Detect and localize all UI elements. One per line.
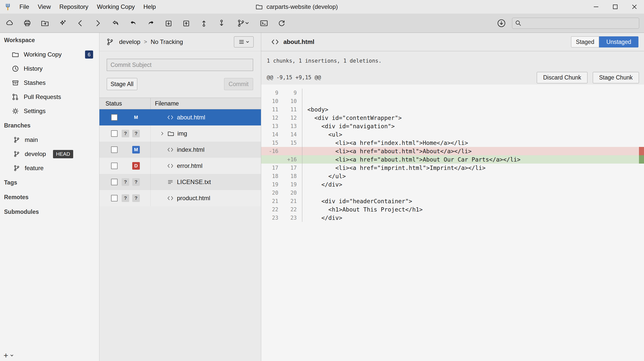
file-row-product[interactable]: ? ? product.html xyxy=(99,190,261,206)
menu-view[interactable]: View xyxy=(34,0,55,14)
filename-column-header[interactable]: Filename xyxy=(151,100,261,107)
status-badge-untracked: ? xyxy=(132,130,140,137)
refresh-button[interactable] xyxy=(275,16,289,30)
toolbar xyxy=(0,14,644,33)
diff-line: 1717 <li><a href="imprint.html">Imprint<… xyxy=(261,164,644,172)
sidebar-item-settings[interactable]: Settings xyxy=(0,104,99,118)
window-title: carparts-website (develop) xyxy=(266,3,338,10)
filename: product.html xyxy=(177,195,210,202)
remotes-header[interactable]: Remotes xyxy=(0,190,99,204)
add-button[interactable]: + xyxy=(4,351,8,359)
sidebar-branch-main[interactable]: main xyxy=(0,133,99,147)
workspace-header: Workspace xyxy=(0,33,99,47)
file-table-header: Status Filename xyxy=(99,98,261,109)
maximize-button[interactable] xyxy=(606,0,625,14)
cloud-button[interactable] xyxy=(3,16,17,30)
stage-checkbox[interactable] xyxy=(111,179,118,185)
stage-chunk-button[interactable]: Stage Chunk xyxy=(593,72,639,83)
stage-checkbox[interactable] xyxy=(111,114,118,121)
stash-save-button[interactable] xyxy=(162,16,176,30)
sidebar-item-label: Pull Requests xyxy=(24,93,61,100)
magic-wand-button[interactable] xyxy=(56,16,70,30)
menu-bar: File View Repository Working Copy Help xyxy=(15,0,160,14)
diff-line: 1111<body> xyxy=(261,105,644,114)
window-controls xyxy=(586,0,644,14)
expand-chevron-icon[interactable] xyxy=(160,131,165,136)
breadcrumb-separator: > xyxy=(144,39,147,45)
file-row-license[interactable]: ? ? LICENSE.txt xyxy=(99,174,261,190)
tags-header[interactable]: Tags xyxy=(0,175,99,190)
sidebar-item-label: History xyxy=(24,65,43,72)
file-row-index[interactable]: M index.html xyxy=(99,142,261,158)
branch-row: develop > No Tracking xyxy=(99,33,261,51)
code-file-icon xyxy=(167,114,174,121)
repo-folder-icon xyxy=(255,3,263,11)
search-input[interactable] xyxy=(522,20,639,27)
head-badge: HEAD xyxy=(53,150,73,158)
push-button[interactable] xyxy=(214,16,229,30)
menu-working-copy[interactable]: Working Copy xyxy=(93,0,139,14)
tracking-label[interactable]: No Tracking xyxy=(151,38,183,45)
stash-apply-button[interactable] xyxy=(179,16,193,30)
undo-arrow-button[interactable] xyxy=(109,16,123,30)
file-row-about[interactable]: M about.html xyxy=(99,109,261,125)
branches-header: Branches xyxy=(0,118,99,133)
printer-button[interactable] xyxy=(20,16,34,30)
file-row-error[interactable]: D error.html xyxy=(99,158,261,174)
search-box[interactable] xyxy=(512,18,639,29)
branch-icon xyxy=(13,136,20,143)
minimize-button[interactable] xyxy=(586,0,606,14)
sidebar-branch-develop[interactable]: develop HEAD xyxy=(0,147,99,161)
branch-label: develop xyxy=(25,150,46,158)
stage-checkbox[interactable] xyxy=(111,130,118,137)
back-button[interactable] xyxy=(73,16,87,30)
forward-button[interactable] xyxy=(91,16,105,30)
code-file-icon xyxy=(167,162,174,169)
filename: img xyxy=(177,130,187,137)
menu-repository[interactable]: Repository xyxy=(55,0,93,14)
chevron-down-icon[interactable] xyxy=(10,354,13,357)
commit-subject-input[interactable] xyxy=(107,59,253,71)
diff-body[interactable]: 99 1010 1111<body> 1212 <div id="content… xyxy=(261,85,644,361)
file-row-img[interactable]: ? ? img xyxy=(99,125,261,142)
download-button[interactable] xyxy=(494,16,508,30)
menu-file[interactable]: File xyxy=(15,0,34,14)
stage-checkbox[interactable] xyxy=(111,163,118,169)
change-count-badge: 6 xyxy=(85,50,93,59)
sidebar-item-label: Stashes xyxy=(24,79,46,86)
staged-tab[interactable]: Staged xyxy=(571,36,599,47)
sidebar-branch-feature[interactable]: feature xyxy=(0,161,99,175)
list-options-button[interactable] xyxy=(234,36,254,47)
diff-line: 1414 <ul> xyxy=(261,130,644,139)
discard-chunk-button[interactable]: Discard Chunk xyxy=(537,72,587,83)
sidebar-item-working-copy[interactable]: Working Copy 6 xyxy=(0,47,99,62)
status-column-header[interactable]: Status xyxy=(99,98,151,109)
close-button[interactable] xyxy=(625,0,644,14)
stage-all-button[interactable]: Stage All xyxy=(107,78,137,90)
sidebar-item-pull-requests[interactable]: Pull Requests xyxy=(0,90,99,104)
chunk-row: @@ -9,15 +9,15 @@ Discard Chunk Stage Ch… xyxy=(261,70,644,85)
clock-icon xyxy=(12,65,19,72)
submodules-header[interactable]: Submodules xyxy=(0,204,99,219)
menu-help[interactable]: Help xyxy=(139,0,160,14)
pull-button[interactable] xyxy=(197,16,211,30)
stage-checkbox[interactable] xyxy=(111,146,118,153)
unstaged-tab[interactable]: Unstaged xyxy=(599,36,638,47)
status-badge-modified: M xyxy=(132,146,140,153)
open-repository-button[interactable] xyxy=(38,16,52,30)
status-badge-untracked: ? xyxy=(122,178,129,186)
sidebar-item-stashes[interactable]: Stashes xyxy=(0,76,99,90)
file-table: Status Filename M about.html xyxy=(99,98,261,361)
commit-button[interactable]: Commit xyxy=(224,78,253,90)
terminal-button[interactable] xyxy=(257,16,271,30)
stage-checkbox[interactable] xyxy=(111,195,118,201)
branch-menu-button[interactable] xyxy=(232,16,253,30)
current-branch-label[interactable]: develop xyxy=(119,38,140,45)
diff-line: 2222 <h1>About This Project</h1> xyxy=(261,205,644,214)
reply-arrow-button[interactable] xyxy=(126,16,140,30)
app-icon xyxy=(4,3,12,11)
send-arrow-button[interactable] xyxy=(144,16,158,30)
branch-icon xyxy=(106,38,114,46)
diff-summary: 1 chunks, 1 insertions, 1 deletions. xyxy=(261,51,644,70)
sidebar-item-history[interactable]: History xyxy=(0,62,99,76)
